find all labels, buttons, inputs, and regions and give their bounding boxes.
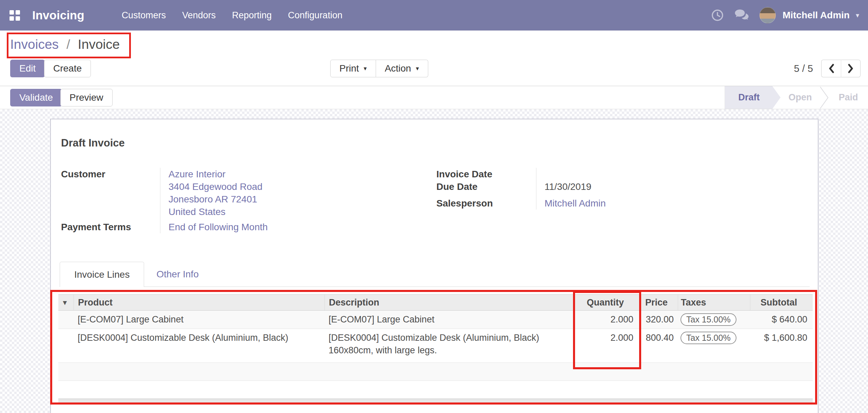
payment-terms-value: End of Following Month bbox=[160, 218, 432, 233]
subtotal-cell: $ 1,600.80 bbox=[750, 329, 813, 362]
notebook-tabs: Invoice LinesOther Info bbox=[60, 262, 211, 287]
validate-button[interactable]: Validate bbox=[10, 89, 62, 106]
salesperson-link[interactable]: Mitchell Admin bbox=[545, 198, 606, 209]
print-dropdown-button[interactable]: Print ▾ bbox=[330, 60, 376, 77]
status-step-paid[interactable]: Paid bbox=[829, 86, 868, 109]
expander-spacer bbox=[58, 311, 74, 329]
salesperson-value: Mitchell Admin bbox=[536, 193, 794, 210]
chevron-right-icon bbox=[847, 64, 854, 73]
dropdown-caret-icon: ▾ bbox=[364, 65, 367, 72]
navbar-right-cluster: Mitchell Admin ▾ bbox=[711, 7, 859, 23]
invoice-title: Draft Invoice bbox=[61, 137, 125, 149]
nav-item-configuration[interactable]: Configuration bbox=[280, 0, 351, 31]
top-navbar: Invoicing CustomersVendorsReportingConfi… bbox=[0, 0, 868, 31]
preview-button[interactable]: Preview bbox=[60, 89, 113, 106]
main-menu: CustomersVendorsReportingConfiguration bbox=[114, 0, 351, 31]
expander-caret-icon: ▾ bbox=[63, 298, 67, 307]
price-cell: 800.40 bbox=[641, 329, 678, 362]
invoice-sheet: Draft Invoice Customer Azure Interior340… bbox=[50, 119, 818, 413]
customer-address-line[interactable]: Jonesboro AR 72401 bbox=[169, 193, 432, 205]
grid-square bbox=[16, 16, 20, 21]
record-pager: 5 / 5 bbox=[794, 60, 861, 77]
status-chevron-separator-icon bbox=[820, 86, 829, 109]
invoice-date-label: Invoice Date bbox=[436, 168, 536, 180]
breadcrumb-current: Invoice bbox=[78, 37, 120, 52]
description-line: [E-COM07] Large Cabinet bbox=[329, 313, 571, 326]
description-line: 160x80cm, with large legs. bbox=[329, 344, 571, 357]
quantity-cell: 2.000 bbox=[575, 311, 641, 329]
nav-item-vendors[interactable]: Vendors bbox=[174, 0, 224, 31]
nav-item-reporting[interactable]: Reporting bbox=[224, 0, 280, 31]
subtotal-cell: $ 640.00 bbox=[750, 311, 813, 329]
lines-table-header: ▾ProductDescriptionQuantityPriceTaxesSub… bbox=[58, 294, 813, 311]
empty-line-row[interactable] bbox=[58, 381, 813, 399]
customer-address-line[interactable]: 3404 Edgewood Road bbox=[169, 180, 432, 193]
grid-square bbox=[9, 16, 14, 21]
breadcrumb: Invoices / Invoice bbox=[10, 33, 120, 56]
payment-terms-link[interactable]: End of Following Month bbox=[169, 222, 268, 232]
invoice-lines-table: ▾ProductDescriptionQuantityPriceTaxesSub… bbox=[58, 294, 813, 405]
pager-next-button[interactable] bbox=[841, 60, 861, 77]
due-date-label: Due Date bbox=[436, 180, 536, 193]
taxes-cell: Tax 15.00% bbox=[678, 311, 750, 329]
pager-previous-button[interactable] bbox=[821, 60, 841, 77]
customer-field-group: Customer Azure Interior3404 Edgewood Roa… bbox=[61, 168, 432, 233]
app-title[interactable]: Invoicing bbox=[32, 8, 84, 22]
control-panel: Invoices / Invoice Edit Create Print ▾ A… bbox=[0, 31, 868, 86]
column-header-description[interactable]: Description bbox=[324, 295, 575, 310]
form-view-background: Draft Invoice Customer Azure Interior340… bbox=[0, 109, 868, 413]
customer-address-line[interactable]: United States bbox=[169, 205, 432, 218]
pager-value: 5 / 5 bbox=[794, 63, 813, 74]
user-avatar-image[interactable] bbox=[760, 7, 776, 23]
action-dropdown-button[interactable]: Action ▾ bbox=[376, 60, 428, 77]
quantity-cell: 2.000 bbox=[575, 329, 641, 362]
lines-table-footer bbox=[58, 399, 813, 405]
customer-value: Azure Interior3404 Edgewood RoadJonesbor… bbox=[160, 168, 432, 218]
apps-menu-grid-icon[interactable] bbox=[9, 10, 20, 21]
column-header-subtotal[interactable]: Subtotal bbox=[750, 295, 813, 310]
payment-terms-label: Payment Terms bbox=[61, 218, 160, 233]
breadcrumb-separator: / bbox=[66, 37, 70, 52]
description-line: [DESK0004] Customizable Desk (Aluminium,… bbox=[329, 332, 571, 344]
status-pipeline: DraftOpenPaid bbox=[725, 86, 868, 109]
salesperson-label: Salesperson bbox=[436, 193, 536, 210]
tab-invoice-lines[interactable]: Invoice Lines bbox=[60, 262, 144, 287]
customer-address-line[interactable]: Azure Interior bbox=[169, 168, 432, 180]
breadcrumb-invoices-link[interactable]: Invoices bbox=[10, 37, 59, 52]
column-header-taxes[interactable]: Taxes bbox=[678, 295, 750, 310]
lines-table-body: [E-COM07] Large Cabinet[E-COM07] Large C… bbox=[58, 311, 813, 399]
column-header-price[interactable]: Price bbox=[641, 295, 678, 310]
nav-item-customers[interactable]: Customers bbox=[114, 0, 174, 31]
tab-other-info[interactable]: Other Info bbox=[144, 262, 211, 287]
user-menu-name[interactable]: Mitchell Admin bbox=[783, 10, 850, 21]
invoice-line-row[interactable]: [DESK0004] Customizable Desk (Aluminium,… bbox=[58, 329, 813, 363]
tax-badge: Tax 15.00% bbox=[680, 332, 736, 344]
list-expander-cell[interactable]: ▾ bbox=[58, 295, 74, 310]
expander-spacer bbox=[58, 329, 74, 362]
product-cell: [E-COM07] Large Cabinet bbox=[74, 311, 324, 329]
user-menu-caret-icon[interactable]: ▾ bbox=[856, 11, 859, 19]
tax-badge: Tax 15.00% bbox=[680, 313, 736, 326]
invoice-line-row[interactable]: [E-COM07] Large Cabinet[E-COM07] Large C… bbox=[58, 311, 813, 329]
grid-square bbox=[16, 10, 20, 15]
product-cell: [DESK0004] Customizable Desk (Aluminium,… bbox=[74, 329, 324, 362]
messages-chat-bubbles-icon[interactable] bbox=[734, 9, 749, 21]
empty-line-row[interactable] bbox=[58, 363, 813, 381]
edit-button[interactable]: Edit bbox=[10, 60, 45, 77]
create-button[interactable]: Create bbox=[44, 60, 91, 77]
dropdown-caret-icon: ▾ bbox=[416, 65, 419, 72]
chevron-left-icon bbox=[828, 64, 835, 73]
price-cell: 320.00 bbox=[641, 311, 678, 329]
customer-label: Customer bbox=[61, 168, 160, 218]
pager-buttons bbox=[821, 60, 861, 77]
print-action-button-group: Print ▾ Action ▾ bbox=[330, 60, 428, 77]
column-header-product[interactable]: Product bbox=[74, 295, 324, 310]
column-header-quantity[interactable]: Quantity bbox=[575, 295, 641, 310]
activities-clock-icon[interactable] bbox=[711, 9, 724, 21]
dates-field-group: Invoice Date Due Date 11/30/2019 Salespe… bbox=[436, 168, 794, 210]
status-step-draft[interactable]: Draft bbox=[725, 86, 781, 109]
invoice-date-value bbox=[536, 168, 794, 180]
statusbar: Validate Preview DraftOpenPaid bbox=[0, 86, 868, 109]
description-cell: [E-COM07] Large Cabinet bbox=[324, 311, 575, 329]
status-step-open[interactable]: Open bbox=[781, 86, 820, 109]
